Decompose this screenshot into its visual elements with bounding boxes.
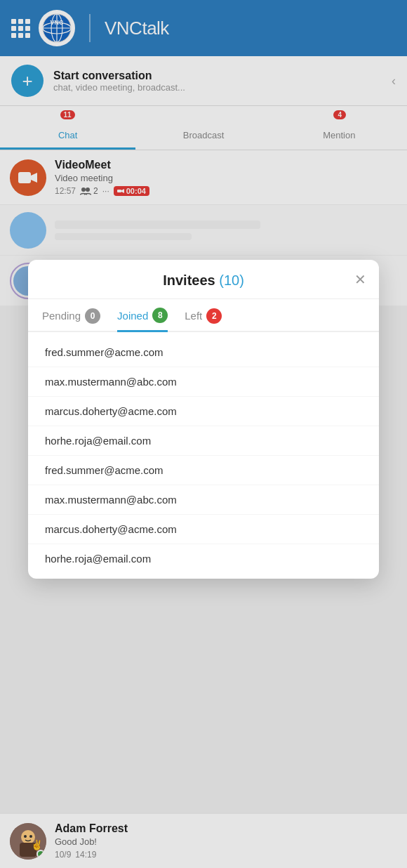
modal-list-item-7: horhe.roja@email.com [28, 544, 379, 573]
modal-list-item-6: marcus.doherty@acme.com [28, 515, 379, 544]
left-badge: 2 [206, 308, 222, 324]
modal-joined-list: fred.summer@acme.commax.mustermann@abc.c… [28, 332, 379, 579]
modal-tabs: Pending 0 Joined 8 Left 2 [28, 299, 379, 332]
modal-list-item-4: fred.summer@acme.com [28, 456, 379, 485]
modal-tab-pending[interactable]: Pending 0 [42, 308, 100, 331]
modal-list-item-2: marcus.doherty@acme.com [28, 397, 379, 426]
modal-list-item-1: max.mustermann@abc.com [28, 367, 379, 397]
modal-list-item-0: fred.summer@acme.com [28, 338, 379, 367]
modal-tab-joined[interactable]: Joined 8 [117, 308, 168, 332]
modal-list-item-3: horhe.roja@email.com [28, 426, 379, 456]
modal-close-button[interactable]: ✕ [354, 272, 366, 287]
modal-list-item-5: max.mustermann@abc.com [28, 485, 379, 515]
modal-title: Invitees (10) [163, 272, 244, 289]
modal-header: Invitees (10) ✕ [28, 260, 379, 299]
joined-badge: 8 [152, 308, 168, 323]
invitees-modal: Invitees (10) ✕ Pending 0 Joined 8 Left … [28, 260, 379, 579]
pending-badge: 0 [85, 308, 100, 324]
modal-tab-left[interactable]: Left 2 [185, 308, 222, 331]
modal-overlay: Invitees (10) ✕ Pending 0 Joined 8 Left … [0, 0, 407, 868]
